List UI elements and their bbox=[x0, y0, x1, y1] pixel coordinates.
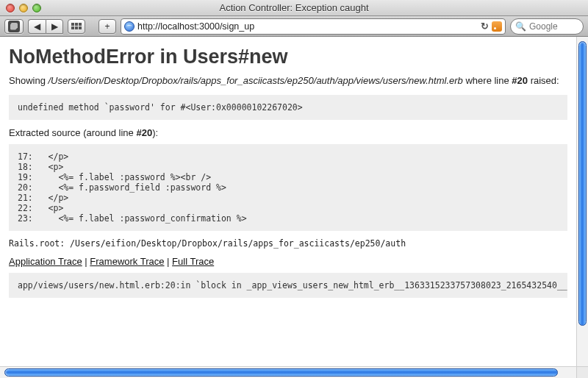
window-titlebar: Action Controller: Exception caught bbox=[0, 0, 588, 16]
nav-button-group: ◀ ▶ bbox=[28, 19, 63, 34]
extracted-suffix: ): bbox=[152, 127, 158, 138]
window-title: Action Controller: Exception caught bbox=[219, 2, 368, 13]
svg-rect-0 bbox=[71, 23, 74, 26]
rails-root-path: /Users/eifion/Desktop/Dropbox/rails/apps… bbox=[70, 238, 406, 249]
search-input[interactable] bbox=[529, 21, 576, 32]
url-input[interactable] bbox=[137, 21, 478, 32]
evernote-button[interactable] bbox=[4, 19, 24, 34]
trace-sep-1: | bbox=[82, 256, 90, 267]
extracted-prefix: Extracted source (around line bbox=[9, 127, 136, 138]
browser-toolbar: ◀ ▶ + ↻ 🔍 bbox=[0, 16, 588, 37]
rss-icon[interactable] bbox=[492, 21, 502, 32]
traffic-lights bbox=[6, 4, 41, 13]
application-trace-link[interactable]: Application Trace bbox=[9, 256, 82, 267]
top-sites-button[interactable] bbox=[68, 19, 85, 34]
back-button[interactable]: ◀ bbox=[28, 19, 46, 34]
extracted-source-block: 17: </p> 18: <p> 19: <%= f.label :passwo… bbox=[9, 144, 567, 231]
error-showing-line: Showing /Users/eifion/Desktop/Dropbox/ra… bbox=[9, 74, 567, 88]
showing-prefix: Showing bbox=[9, 75, 48, 86]
forward-button[interactable]: ▶ bbox=[46, 19, 63, 34]
rails-root-label: Rails.root: bbox=[9, 238, 70, 249]
search-icon: 🔍 bbox=[515, 21, 526, 32]
trace-sep-2: | bbox=[164, 256, 172, 267]
app-trace-block: app/views/users/new.html.erb:20:in `bloc… bbox=[9, 273, 567, 298]
reload-button[interactable]: ↻ bbox=[481, 21, 489, 32]
scroll-corner bbox=[576, 366, 588, 378]
vscroll-track bbox=[578, 40, 587, 363]
horizontal-scrollbar[interactable] bbox=[0, 366, 576, 378]
minimize-button[interactable] bbox=[19, 4, 28, 13]
svg-rect-1 bbox=[75, 23, 78, 26]
hscroll-thumb[interactable] bbox=[4, 368, 558, 377]
showing-line-text: where line bbox=[465, 75, 512, 86]
site-favicon-icon bbox=[124, 21, 135, 32]
trace-links: Application Trace | Framework Trace | Fu… bbox=[9, 256, 567, 267]
svg-rect-5 bbox=[79, 26, 82, 29]
hscroll-track bbox=[3, 368, 573, 377]
svg-rect-4 bbox=[75, 26, 78, 29]
rails-root-line: Rails.root: /Users/eifion/Desktop/Dropbo… bbox=[9, 238, 567, 249]
raised-text: raised: bbox=[528, 75, 559, 86]
search-bar[interactable]: 🔍 bbox=[510, 18, 584, 35]
top-sites-icon bbox=[71, 23, 82, 30]
evernote-icon bbox=[8, 21, 20, 32]
extracted-line-number: #20 bbox=[136, 127, 152, 138]
showing-path: /Users/eifion/Desktop/Dropbox/rails/apps… bbox=[48, 75, 462, 86]
error-message-block: undefined method `password' for #<User:0… bbox=[9, 95, 567, 120]
add-bookmark-button[interactable]: + bbox=[98, 19, 116, 34]
zoom-button[interactable] bbox=[32, 4, 41, 13]
error-line-number: #20 bbox=[512, 75, 528, 86]
vertical-scrollbar[interactable] bbox=[576, 37, 588, 366]
framework-trace-link[interactable]: Framework Trace bbox=[90, 256, 164, 267]
content-wrapper: NoMethodError in Users#new Showing /User… bbox=[0, 37, 588, 378]
page-body: NoMethodError in Users#new Showing /User… bbox=[0, 37, 576, 366]
url-bar[interactable]: ↻ bbox=[121, 18, 506, 35]
vscroll-thumb[interactable] bbox=[578, 41, 587, 326]
svg-rect-2 bbox=[79, 23, 82, 26]
close-button[interactable] bbox=[6, 4, 15, 13]
full-trace-link[interactable]: Full Trace bbox=[172, 256, 214, 267]
svg-rect-3 bbox=[71, 26, 74, 29]
error-heading: NoMethodError in Users#new bbox=[9, 46, 567, 68]
extracted-source-label: Extracted source (around line #20): bbox=[9, 127, 567, 138]
